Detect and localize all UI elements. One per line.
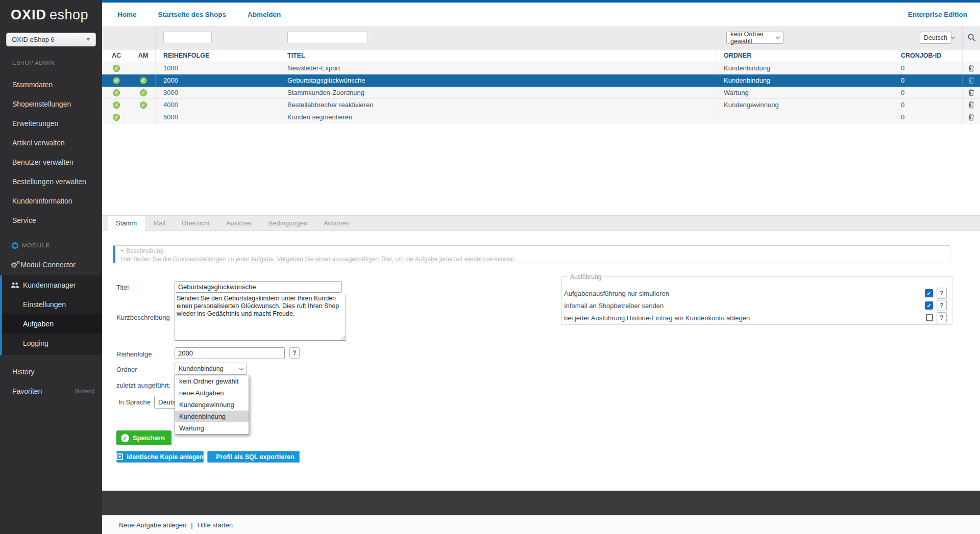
header-am[interactable]: AM xyxy=(131,49,156,62)
oxid-module-icon xyxy=(12,242,18,249)
simulate-checkbox-checked[interactable] xyxy=(925,289,933,297)
sidebar-item-artikel-verwalten[interactable]: Artikel verwalten xyxy=(0,133,102,152)
task-table: 1000 Newsletter-Export Kundenbindung 0 2… xyxy=(102,62,980,123)
delete-icon[interactable] xyxy=(968,113,975,121)
sidebar-item-kundenmanager[interactable]: Kundenmanager xyxy=(2,275,102,295)
modul-connector-label: Modul-Connector xyxy=(20,261,75,269)
ausfuehrung-row: Aufgabenausführung nur simulieren ? xyxy=(562,287,952,299)
tab-mail[interactable]: Mail xyxy=(145,216,174,230)
sidebar-item-stammdaten[interactable]: Stammdaten xyxy=(0,75,102,94)
delete-icon[interactable] xyxy=(968,77,975,84)
header-cronjob-id[interactable]: CRONJOB-ID xyxy=(896,49,963,62)
table-row[interactable]: 1000 Newsletter-Export Kundenbindung 0 xyxy=(102,62,980,74)
header-ordner[interactable]: ORDNER xyxy=(716,49,896,62)
dropdown-option-kundengewinnung[interactable]: Kundengewinnung xyxy=(175,399,249,411)
dropdown-option-kein-ordner[interactable]: kein Ordner gewählt xyxy=(175,375,249,387)
bottom-dark-band xyxy=(102,491,980,515)
infomail-checkbox-checked[interactable] xyxy=(925,301,933,310)
sidebar-item-einstellungen[interactable]: Einstellungen xyxy=(2,295,102,314)
header-titel[interactable]: TITEL xyxy=(284,49,716,62)
tab-uebersicht[interactable]: Übersicht xyxy=(174,216,218,230)
sidebar-kundenmanager-group: Kundenmanager Einstellungen Aufgaben Log… xyxy=(0,275,102,355)
shop-select[interactable]: OXID eShop 6 xyxy=(6,33,96,46)
table-row[interactable]: 5000 Kunden segmentieren 0 xyxy=(102,111,980,123)
chevron-down-icon xyxy=(951,35,955,39)
cell-ordner: Wartung xyxy=(716,87,896,98)
historie-label: bei jeder Ausführung Historie-Eintrag am… xyxy=(564,314,925,322)
delete-icon[interactable] xyxy=(968,101,975,109)
check-circle-icon xyxy=(121,434,129,442)
sidebar-item-history[interactable]: History xyxy=(0,362,102,382)
ordner-select[interactable]: Kundenbindung xyxy=(175,363,247,375)
search-icon[interactable] xyxy=(967,33,976,42)
kurzbeschreibung-textarea[interactable]: Senden Sie den Geburtstagskindern unter … xyxy=(175,294,346,341)
favorites-label[interactable]: Favoriten xyxy=(12,387,42,395)
filter-folder-select[interactable]: kein Ordner gewählt xyxy=(726,32,783,44)
cell-cronjob-id: 0 xyxy=(896,99,963,111)
sidebar-section-module: MODULE xyxy=(0,236,102,255)
filter-titel-input[interactable] xyxy=(287,32,368,43)
sidebar-favorites-row: Favoriten [ändern] xyxy=(0,382,102,401)
tab-ausloeser[interactable]: Auslöser xyxy=(218,216,260,230)
export-sql-button[interactable]: Profil als SQL exportieren xyxy=(207,451,300,463)
nav-shop-home-link[interactable]: Startseite des Shops xyxy=(158,11,227,18)
sidebar-item-service[interactable]: Service xyxy=(0,211,102,230)
sidebar-item-logging[interactable]: Logging xyxy=(2,334,102,353)
start-help-link[interactable]: Hilfe starten xyxy=(198,521,233,529)
language-select[interactable]: Deutsch xyxy=(920,32,951,44)
tab-stamm[interactable]: Stamm xyxy=(108,216,145,232)
ordner-dropdown-list: kein Ordner gewählt neue Aufgaben Kunden… xyxy=(175,375,249,435)
historie-checkbox-unchecked[interactable] xyxy=(926,314,933,321)
sidebar-item-shopeinstellungen[interactable]: Shopeinstellungen xyxy=(0,94,102,114)
table-row[interactable]: 4000 Bestellabbrecher reaktivieren Kunde… xyxy=(102,99,980,111)
save-button[interactable]: Speichern xyxy=(116,430,172,445)
dropdown-option-neue-aufgaben[interactable]: neue Aufgaben xyxy=(175,387,249,399)
cell-reihenfolge: 3000 xyxy=(156,87,284,98)
save-button-label: Speichern xyxy=(133,434,165,442)
sidebar-item-bestellungen-verwalten[interactable]: Bestellungen verwalten xyxy=(0,172,102,191)
infomail-help-button[interactable]: ? xyxy=(937,300,947,311)
delete-icon[interactable] xyxy=(968,89,975,96)
create-copy-button[interactable]: identische Kopie anlegen xyxy=(116,451,204,463)
filter-cell-cronjob: Deutsch xyxy=(896,26,963,49)
historie-help-button[interactable]: ? xyxy=(937,312,947,323)
cell-ordner: Kundenbindung xyxy=(716,62,896,74)
tab-aktionen[interactable]: Aktionen xyxy=(315,216,358,230)
table-row[interactable]: 3000 Stammkunden-Zuordnung Wartung 0 xyxy=(102,87,980,99)
reihenfolge-input[interactable] xyxy=(175,347,285,359)
active-check-icon xyxy=(113,101,120,109)
logo-oxid: OXID xyxy=(11,7,46,22)
sidebar-item-aufgaben-active[interactable]: Aufgaben xyxy=(2,314,102,334)
filter-reihenfolge-input[interactable] xyxy=(163,32,212,43)
sidebar-item-benutzer-verwalten[interactable]: Benutzer verwalten xyxy=(0,152,102,172)
active-check-icon xyxy=(113,65,120,72)
ausfuehrung-row: bei jeder Ausführung Historie-Eintrag am… xyxy=(562,312,952,324)
titel-input[interactable] xyxy=(175,281,342,293)
tab-bedingungen[interactable]: Bedingungen xyxy=(260,216,316,230)
titel-label: Titel xyxy=(116,284,129,291)
header-ac[interactable]: AC xyxy=(102,49,131,62)
footer-bar: Neue Aufgabe anlegen | Hilfe starten xyxy=(102,515,980,534)
table-row-selected[interactable]: 2000 Geburtstagsglückwünsche Kundenbindu… xyxy=(102,74,980,87)
reihenfolge-help-button[interactable]: ? xyxy=(289,347,300,359)
nav-logout-link[interactable]: Abmelden xyxy=(248,11,281,18)
sidebar-item-erweiterungen[interactable]: Erweiterungen xyxy=(0,114,102,133)
oxid-eshop-logo: OXIDeshop xyxy=(11,7,88,23)
nav-home-link[interactable]: Home xyxy=(117,11,137,18)
mail-check-icon xyxy=(140,77,147,84)
description-title-row[interactable]: Beschreibung xyxy=(120,247,950,255)
dropdown-option-kundenbindung-highlighted[interactable]: Kundenbindung xyxy=(175,411,249,422)
delete-icon[interactable] xyxy=(968,64,975,72)
sidebar-item-kundeninformation[interactable]: Kundeninformation xyxy=(0,191,102,211)
new-task-link[interactable]: Neue Aufgabe anlegen xyxy=(119,521,186,529)
filter-cell-am xyxy=(131,26,156,49)
sidebar-item-modul-connector[interactable]: ⚙ Modul-Connector xyxy=(0,255,102,274)
header-reihenfolge[interactable]: REIHENFOLGE xyxy=(156,49,284,62)
dropdown-option-wartung[interactable]: Wartung xyxy=(175,422,249,434)
sidebar-section-eshop-admin: ESHOP ADMIN xyxy=(12,60,55,66)
simulate-help-button[interactable]: ? xyxy=(937,288,947,299)
favorites-edit-link[interactable]: [ändern] xyxy=(75,388,94,394)
edition-label: Enterprise Edition xyxy=(908,11,967,18)
ausfuehrung-row: Infomail an Shopbetreiber senden ? xyxy=(562,299,952,312)
people-icon xyxy=(11,282,19,288)
